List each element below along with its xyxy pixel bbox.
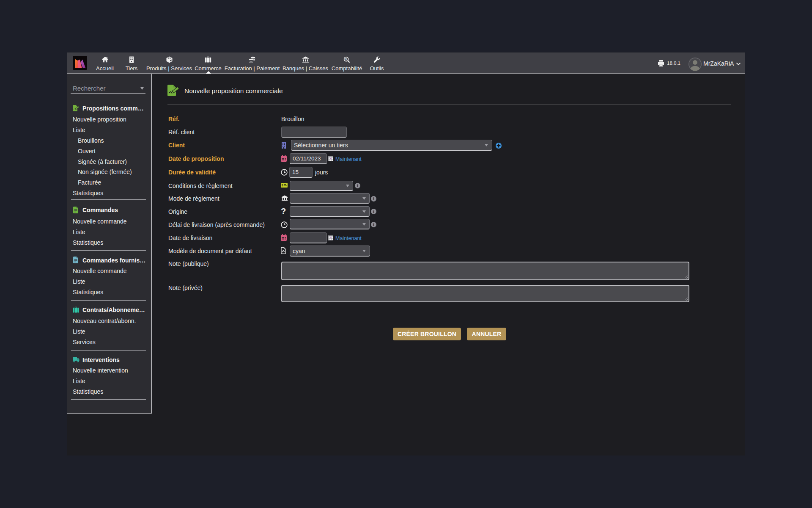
svg-text:$: $: [345, 57, 347, 61]
svg-text:$: $: [282, 184, 283, 187]
